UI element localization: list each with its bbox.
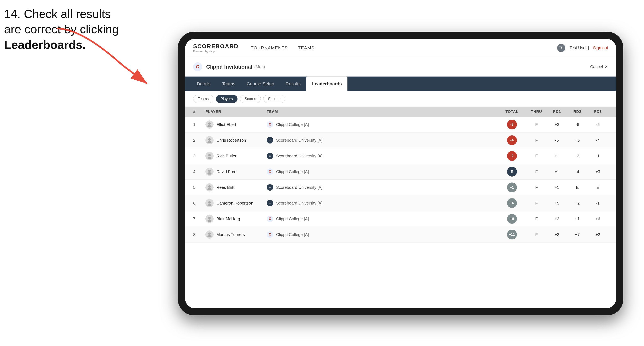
total-cell-6: +6: [498, 198, 526, 208]
tablet-screen: SCOREBOARD Powered by clippd TOURNAMENTS…: [185, 39, 616, 308]
logo-sub: Powered by clippd: [193, 50, 238, 53]
rd1-8: +2: [547, 232, 567, 237]
tournament-icon: C: [193, 62, 202, 71]
rd2-3: -2: [567, 154, 588, 159]
tab-results[interactable]: Results: [280, 77, 306, 91]
score-badge-3: -2: [507, 151, 517, 161]
player-avatar-2: [206, 136, 214, 144]
svg-point-9: [208, 185, 211, 188]
total-cell-3: -2: [498, 151, 526, 161]
team-name-6: Scoreboard University [A]: [276, 201, 322, 205]
svg-point-11: [208, 201, 211, 203]
team-cell-6: ≡ Scoreboard University [A]: [267, 200, 498, 206]
thru-8: F: [526, 232, 547, 237]
score-badge-4: E: [507, 167, 517, 176]
signout-link[interactable]: Sign out: [593, 45, 608, 50]
player-avatar-4: [206, 168, 214, 176]
player-avatar-5: [206, 183, 214, 191]
rank-1: 1: [193, 122, 206, 127]
player-avatar-3: [206, 152, 214, 160]
col-rd2: RD2: [567, 110, 588, 114]
svg-point-16: [208, 235, 212, 237]
player-cell-2: Chris Robertson: [206, 136, 267, 144]
score-badge-7: +9: [507, 214, 517, 224]
player-name-2: Chris Robertson: [216, 138, 246, 143]
table-row: 8 Marcus Turners C Clippd College [A] +1…: [185, 227, 616, 242]
player-avatar-1: [206, 120, 214, 129]
col-rank: #: [193, 110, 206, 114]
total-cell-5: +1: [498, 182, 526, 192]
player-name-7: Blair McHarg: [216, 217, 240, 221]
score-badge-2: -4: [507, 135, 517, 145]
table-header: # PLAYER TEAM TOTAL THRU RD1 RD2 RD3: [185, 107, 616, 117]
nav-teams[interactable]: TEAMS: [298, 45, 314, 51]
rd3-7: +6: [588, 217, 608, 221]
svg-point-5: [208, 154, 211, 156]
player-name-6: Cameron Robertson: [216, 201, 253, 205]
filter-teams-button[interactable]: Teams: [193, 95, 213, 103]
player-cell-5: Rees Britt: [206, 183, 267, 191]
table-row: 4 David Ford C Clippd College [A] E F +1…: [185, 164, 616, 180]
nav-links: TOURNAMENTS TEAMS: [251, 45, 557, 51]
tab-teams[interactable]: Teams: [216, 77, 241, 91]
team-cell-5: ≡ Scoreboard University [A]: [267, 184, 498, 191]
user-label: Test User |: [570, 45, 589, 50]
filter-strokes-button[interactable]: Strokes: [263, 95, 285, 103]
table-row: 5 Rees Britt ≡ Scoreboard University [A]…: [185, 180, 616, 195]
player-cell-3: Rich Butler: [206, 152, 267, 160]
rank-8: 8: [193, 232, 206, 237]
player-name-4: David Ford: [216, 170, 236, 174]
tournament-subtitle: (Men): [254, 64, 265, 69]
player-name-3: Rich Butler: [216, 154, 236, 159]
team-cell-7: C Clippd College [A]: [267, 215, 498, 222]
rank-3: 3: [193, 154, 206, 159]
team-name-2: Scoreboard University [A]: [276, 138, 322, 143]
player-cell-6: Cameron Robertson: [206, 199, 267, 207]
tab-leaderboards[interactable]: Leaderboards: [306, 77, 348, 91]
rd1-1: +3: [547, 122, 567, 127]
svg-point-6: [208, 157, 212, 159]
team-icon-1: C: [267, 121, 273, 128]
table-row: 1 Elliot Ebert C Clippd College [A] -8 F…: [185, 117, 616, 133]
player-name-8: Marcus Turners: [216, 232, 245, 237]
rd2-8: +7: [567, 232, 588, 237]
rd3-4: +3: [588, 170, 608, 174]
thru-2: F: [526, 138, 547, 143]
svg-point-1: [208, 123, 211, 125]
total-cell-8: +11: [498, 230, 526, 239]
table-row: 6 Cameron Robertson ≡ Scoreboard Univers…: [185, 195, 616, 211]
team-cell-2: ≡ Scoreboard University [A]: [267, 137, 498, 144]
player-avatar-8: [206, 230, 214, 239]
team-icon-7: C: [267, 215, 273, 222]
tournament-header: C Clippd Invitational (Men) Cancel ✕: [185, 57, 616, 77]
close-icon: ✕: [604, 64, 608, 69]
tab-course-setup[interactable]: Course Setup: [241, 77, 280, 91]
thru-1: F: [526, 122, 547, 127]
rd3-3: -1: [588, 154, 608, 159]
tab-details[interactable]: Details: [191, 77, 216, 91]
col-team: TEAM: [267, 110, 498, 114]
team-icon-4: C: [267, 169, 273, 175]
rd1-3: +1: [547, 154, 567, 159]
svg-point-15: [208, 232, 211, 235]
team-icon-6: ≡: [267, 200, 273, 206]
nav-tournaments[interactable]: TOURNAMENTS: [251, 45, 288, 51]
score-badge-1: -8: [507, 120, 517, 129]
rd2-1: -6: [567, 122, 588, 127]
team-cell-3: ≡ Scoreboard University [A]: [267, 153, 498, 159]
tablet-frame: SCOREBOARD Powered by clippd TOURNAMENTS…: [178, 32, 623, 315]
player-name-5: Rees Britt: [216, 185, 234, 190]
rd3-5: E: [588, 185, 608, 190]
player-name-1: Elliot Ebert: [216, 122, 236, 127]
col-player: PLAYER: [206, 110, 267, 114]
filter-players-button[interactable]: Players: [216, 95, 238, 103]
team-name-1: Clippd College [A]: [276, 122, 309, 127]
cancel-button[interactable]: Cancel ✕: [590, 64, 608, 69]
rd2-7: +1: [567, 217, 588, 221]
col-rd1: RD1: [547, 110, 567, 114]
svg-point-2: [208, 125, 212, 127]
filter-scores-button[interactable]: Scores: [240, 95, 261, 103]
player-cell-4: David Ford: [206, 168, 267, 176]
filter-bar: Teams Players Scores Strokes: [185, 91, 616, 107]
tab-bar: Details Teams Course Setup Results Leade…: [185, 77, 616, 91]
